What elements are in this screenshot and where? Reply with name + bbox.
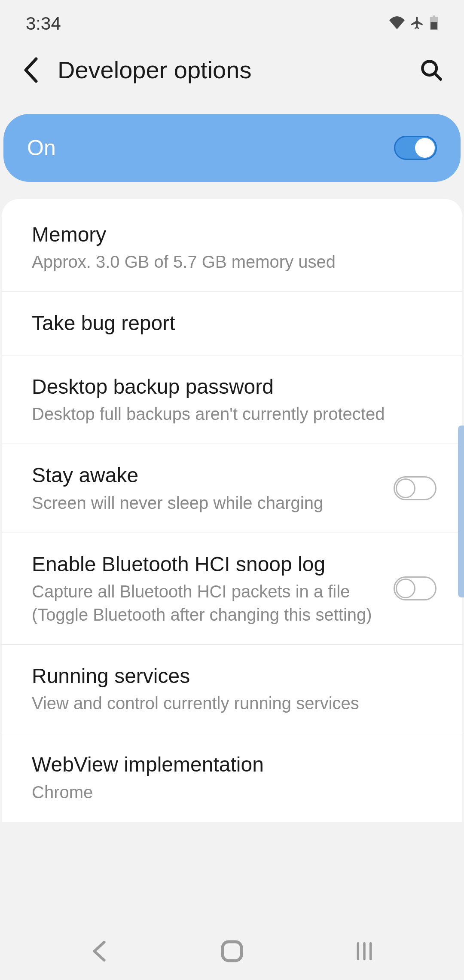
master-toggle-label: On	[27, 135, 56, 160]
setting-title: Desktop backup password	[32, 374, 437, 400]
setting-subtitle: View and control currently running servi…	[32, 692, 437, 715]
setting-stay-awake[interactable]: Stay awake Screen will never sleep while…	[2, 444, 462, 533]
svg-rect-5	[223, 942, 241, 961]
search-button[interactable]	[420, 59, 443, 81]
setting-subtitle: Approx. 3.0 GB of 5.7 GB memory used	[32, 250, 437, 273]
settings-list: Memory Approx. 3.0 GB of 5.7 GB memory u…	[2, 199, 462, 822]
setting-bluetooth-hci[interactable]: Enable Bluetooth HCI snoop log Capture a…	[2, 533, 462, 645]
setting-memory[interactable]: Memory Approx. 3.0 GB of 5.7 GB memory u…	[2, 203, 462, 292]
battery-icon	[430, 15, 438, 32]
setting-subtitle: Chrome	[32, 781, 437, 804]
setting-title: Stay awake	[32, 462, 381, 489]
setting-title: Memory	[32, 221, 437, 248]
setting-title: Enable Bluetooth HCI snoop log	[32, 551, 381, 578]
setting-webview-implementation[interactable]: WebView implementation Chrome	[2, 733, 462, 821]
setting-take-bug-report[interactable]: Take bug report	[2, 292, 462, 355]
nav-back-button[interactable]	[90, 940, 109, 964]
setting-title: Take bug report	[32, 310, 437, 337]
bluetooth-hci-toggle[interactable]	[394, 576, 437, 600]
master-toggle-card[interactable]: On	[3, 114, 461, 182]
master-toggle-switch[interactable]	[394, 136, 437, 160]
status-icons	[389, 15, 438, 32]
setting-subtitle: Desktop full backups aren't currently pr…	[32, 402, 437, 426]
setting-subtitle: Screen will never sleep while charging	[32, 491, 381, 514]
svg-rect-2	[430, 22, 437, 29]
setting-subtitle: Capture all Bluetooth HCI packets in a f…	[32, 580, 381, 626]
svg-line-4	[435, 74, 441, 79]
nav-recents-button[interactable]	[355, 942, 374, 962]
header: Developer options	[0, 43, 464, 105]
stay-awake-toggle[interactable]	[394, 476, 437, 500]
airplane-icon	[410, 15, 424, 32]
wifi-icon	[389, 16, 405, 31]
status-bar: 3:34	[0, 0, 464, 43]
setting-running-services[interactable]: Running services View and control curren…	[2, 645, 462, 733]
setting-title: WebView implementation	[32, 751, 437, 778]
svg-rect-1	[433, 15, 435, 18]
setting-title: Running services	[32, 663, 437, 689]
nav-home-button[interactable]	[221, 940, 243, 964]
back-button[interactable]	[21, 57, 40, 83]
scroll-indicator[interactable]	[458, 426, 464, 597]
setting-desktop-backup-password[interactable]: Desktop backup password Desktop full bac…	[2, 355, 462, 444]
page-title: Developer options	[58, 56, 403, 84]
navigation-bar	[0, 924, 464, 980]
status-time: 3:34	[26, 13, 61, 34]
